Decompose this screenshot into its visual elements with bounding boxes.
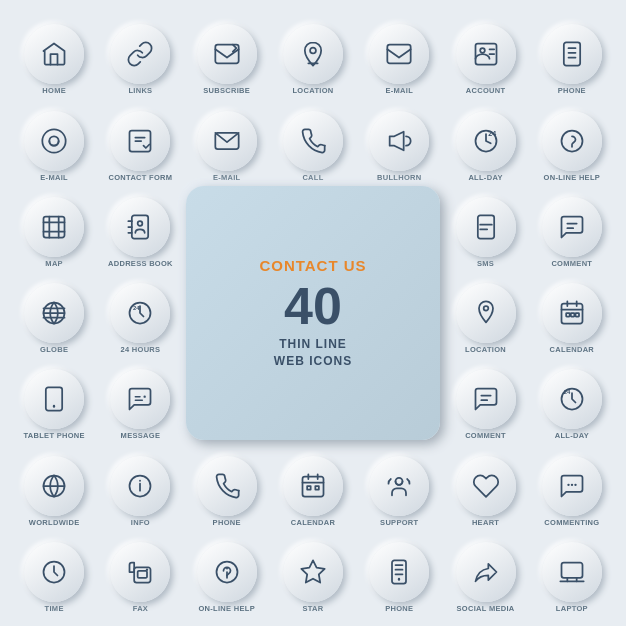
phone2-button[interactable] bbox=[197, 456, 257, 516]
phone3-button[interactable] bbox=[369, 542, 429, 602]
icon-cell-info: INFO bbox=[99, 444, 181, 526]
time-label: TIME bbox=[45, 604, 64, 613]
icon-cell-time: TIME bbox=[13, 531, 95, 613]
icon-cell-laptop: LAPTOP bbox=[531, 531, 613, 613]
svg-point-22 bbox=[483, 306, 488, 311]
sms-button[interactable] bbox=[456, 197, 516, 257]
onlinehelp1-label: ON-LINE HELP bbox=[544, 173, 601, 182]
icon-cell-map: MAP bbox=[13, 186, 95, 268]
addressbook-label: ADDRESS BOOK bbox=[108, 259, 173, 268]
email2-label: E-MAIL bbox=[40, 173, 68, 182]
contactform-button[interactable] bbox=[110, 111, 170, 171]
bullhorn-button[interactable] bbox=[369, 111, 429, 171]
icon-cell-allday2: 24 ALL-DAY bbox=[531, 358, 613, 440]
24hours-button[interactable]: 24 bbox=[110, 283, 170, 343]
info-label: INFO bbox=[131, 518, 150, 527]
fax-button[interactable] bbox=[110, 542, 170, 602]
star-label: STAR bbox=[302, 604, 323, 613]
tabletphone-button[interactable] bbox=[24, 369, 84, 429]
globe-button[interactable] bbox=[24, 283, 84, 343]
location2-button[interactable] bbox=[456, 283, 516, 343]
icon-cell-message: MESSAGE bbox=[99, 358, 181, 440]
icon-cell-location: LOCATION bbox=[272, 13, 354, 95]
email2-button[interactable] bbox=[24, 111, 84, 171]
onlinehelp2-label: ON-LINE HELP bbox=[198, 604, 255, 613]
icon-cell-fax: FAX bbox=[99, 531, 181, 613]
message-button[interactable] bbox=[110, 369, 170, 429]
icon-cell-commenting: COMMENTING bbox=[531, 444, 613, 526]
svg-rect-38 bbox=[315, 486, 319, 490]
svg-rect-25 bbox=[571, 313, 575, 317]
socialmedia-button[interactable] bbox=[456, 542, 516, 602]
icon-cell-comment1: COMMENT bbox=[531, 186, 613, 268]
map-button[interactable] bbox=[24, 197, 84, 257]
comment1-button[interactable] bbox=[542, 197, 602, 257]
icon-cell-globe: GLOBE bbox=[13, 272, 95, 354]
calendar2-button[interactable] bbox=[283, 456, 343, 516]
addressbook-button[interactable] bbox=[110, 197, 170, 257]
svg-point-35 bbox=[139, 480, 141, 482]
calendar1-button[interactable] bbox=[542, 283, 602, 343]
account-button[interactable] bbox=[456, 24, 516, 84]
svg-rect-15 bbox=[44, 216, 65, 237]
subscribe-button[interactable] bbox=[197, 24, 257, 84]
icon-cell-allday1: 24 ALL-DAY bbox=[444, 99, 526, 181]
svg-rect-45 bbox=[138, 571, 147, 578]
email3-button[interactable] bbox=[197, 111, 257, 171]
phone3-label: PHONE bbox=[385, 604, 413, 613]
onlinehelp2-button[interactable] bbox=[197, 542, 257, 602]
email3-label: E-MAIL bbox=[213, 173, 241, 182]
icon-cell-calendar2: CALENDAR bbox=[272, 444, 354, 526]
svg-point-40 bbox=[567, 483, 569, 485]
star-button[interactable] bbox=[283, 542, 343, 602]
svg-point-17 bbox=[138, 221, 143, 226]
support-label: SUPPORT bbox=[380, 518, 418, 527]
comment2-button[interactable] bbox=[456, 369, 516, 429]
icon-cell-location2: LOCATION bbox=[444, 272, 526, 354]
promo-sub: THIN LINE WEB ICONS bbox=[274, 336, 352, 370]
svg-rect-18 bbox=[477, 215, 493, 238]
call-label: CALL bbox=[302, 173, 323, 182]
home-button[interactable] bbox=[24, 24, 84, 84]
time-button[interactable] bbox=[24, 542, 84, 602]
icon-cell-addressbook: ADDRESS BOOK bbox=[99, 186, 181, 268]
icon-cell-onlinehelp1: ON-LINE HELP bbox=[531, 99, 613, 181]
svg-point-14 bbox=[561, 130, 582, 151]
worldwide-label: WORLDWIDE bbox=[29, 518, 80, 527]
laptop-button[interactable] bbox=[542, 542, 602, 602]
call-button[interactable] bbox=[283, 111, 343, 171]
links-button[interactable] bbox=[110, 24, 170, 84]
allday2-label: ALL-DAY bbox=[555, 431, 589, 440]
icon-cell-onlinehelp2: ON-LINE HELP bbox=[186, 531, 268, 613]
icon-cell-account: ACCOUNT bbox=[444, 13, 526, 95]
info-button[interactable] bbox=[110, 456, 170, 516]
contactform-label: CONTACT FORM bbox=[108, 173, 172, 182]
icon-cell-email2: E-MAIL bbox=[13, 99, 95, 181]
support-button[interactable] bbox=[369, 456, 429, 516]
fax-label: FAX bbox=[133, 604, 149, 613]
calendar2-label: CALENDAR bbox=[291, 518, 335, 527]
icon-cell-email1: E-MAIL bbox=[358, 13, 440, 95]
heart-button[interactable] bbox=[456, 456, 516, 516]
icon-cell-phone3: PHONE bbox=[358, 531, 440, 613]
svg-marker-49 bbox=[301, 560, 324, 582]
allday1-button[interactable]: 24 bbox=[456, 111, 516, 171]
email1-label: E-MAIL bbox=[385, 86, 413, 95]
icon-cell-support: SUPPORT bbox=[358, 444, 440, 526]
icon-grid: HOME LINKS SUBSCRIBE LOCATION E-MAIL ACC… bbox=[3, 3, 623, 623]
icon-cell-comment2: COMMENT bbox=[444, 358, 526, 440]
location-button[interactable] bbox=[283, 24, 343, 84]
icon-cell-phone2: PHONE bbox=[186, 444, 268, 526]
heart-label: HEART bbox=[472, 518, 499, 527]
allday2-button[interactable]: 24 bbox=[542, 369, 602, 429]
icon-cell-sms: SMS bbox=[444, 186, 526, 268]
svg-point-42 bbox=[574, 483, 576, 485]
worldwide-button[interactable] bbox=[24, 456, 84, 516]
commenting-button[interactable] bbox=[542, 456, 602, 516]
onlinehelp1-button[interactable] bbox=[542, 111, 602, 171]
promo-title: CONTACT US bbox=[259, 256, 366, 276]
icon-cell-24hours: 24 24 HOURS bbox=[99, 272, 181, 354]
phone1-button[interactable] bbox=[542, 24, 602, 84]
email1-button[interactable] bbox=[369, 24, 429, 84]
icon-cell-tabletphone: TABLET PHONE bbox=[13, 358, 95, 440]
